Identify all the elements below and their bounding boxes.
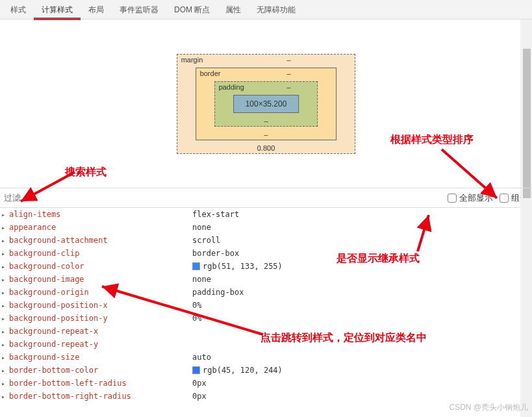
tab-event-listeners[interactable]: 事件监听器	[112, 0, 166, 19]
property-row[interactable]: ▸background-position-y0%	[0, 312, 532, 325]
property-row[interactable]: ▸background-clipborder-box	[0, 247, 532, 260]
property-row[interactable]: ▸background-originpadding-box	[0, 286, 532, 299]
property-row[interactable]: ▸background-attachmentscroll	[0, 234, 532, 247]
color-swatch-icon[interactable]	[192, 262, 200, 270]
property-row[interactable]: ▸background-colorrgb(51, 133, 255)	[0, 260, 532, 273]
expand-triangle-icon[interactable]: ▸	[1, 315, 9, 322]
property-row[interactable]: ▸background-imagenone	[0, 273, 532, 286]
show-all-checkbox-wrap[interactable]: 全部显示	[448, 192, 493, 204]
show-all-label: 全部显示	[459, 192, 493, 204]
expand-triangle-icon[interactable]: ▸	[1, 354, 9, 361]
property-name[interactable]: background-color	[9, 262, 192, 271]
devtools-tabs: 样式 计算样式 布局 事件监听器 DOM 断点 属性 无障碍功能	[0, 0, 532, 19]
tab-dom-breakpoints[interactable]: DOM 断点	[166, 0, 218, 19]
property-value: border-box	[192, 249, 239, 258]
border-bottom-value: –	[264, 131, 268, 138]
box-model-border[interactable]: border – padding – 100×35.200 – –	[196, 68, 337, 140]
box-model-content[interactable]: 100×35.200	[233, 95, 299, 113]
property-value: none	[192, 223, 211, 232]
watermark: CSDN @秃头小钢炮儿	[449, 402, 528, 413]
expand-triangle-icon[interactable]: ▸	[1, 237, 9, 244]
margin-label: margin	[181, 56, 203, 64]
box-model-diagram[interactable]: margin – border – padding – 100×35.200 –…	[177, 54, 356, 154]
property-value: scroll	[192, 236, 220, 245]
box-model-margin[interactable]: margin – border – padding – 100×35.200 –…	[177, 54, 356, 154]
expand-triangle-icon[interactable]: ▸	[1, 211, 9, 218]
property-value: none	[192, 275, 211, 284]
property-name[interactable]: appearance	[9, 223, 192, 232]
show-all-checkbox[interactable]	[448, 194, 457, 203]
expand-triangle-icon[interactable]: ▸	[1, 250, 9, 257]
property-row[interactable]: ▸border-bottom-colorrgb(45, 120, 244)	[0, 364, 532, 377]
property-name[interactable]: background-repeat-x	[9, 327, 192, 336]
property-row[interactable]: ▸background-repeat-y	[0, 338, 532, 351]
expand-triangle-icon[interactable]: ▸	[1, 380, 9, 387]
filter-row: 全部显示 组合	[0, 188, 532, 208]
property-name[interactable]: background-repeat-y	[9, 340, 192, 349]
property-row[interactable]: ▸appearancenone	[0, 221, 532, 234]
property-row[interactable]: ▸background-repeat-x	[0, 325, 532, 338]
expand-triangle-icon[interactable]: ▸	[1, 302, 9, 309]
tab-accessibility[interactable]: 无障碍功能	[249, 0, 303, 19]
property-row[interactable]: ▸border-bottom-right-radius0px	[0, 390, 532, 403]
property-name[interactable]: background-attachment	[9, 236, 192, 245]
property-value: rgb(45, 120, 244)	[192, 366, 283, 375]
expand-triangle-icon[interactable]: ▸	[1, 341, 9, 348]
expand-triangle-icon[interactable]: ▸	[1, 393, 9, 400]
property-name[interactable]: background-clip	[9, 249, 192, 258]
property-value: 0px	[192, 379, 207, 388]
property-name[interactable]: background-position-x	[9, 301, 192, 310]
expand-triangle-icon[interactable]: ▸	[1, 328, 9, 335]
filter-input[interactable]	[1, 193, 79, 203]
border-top-value: –	[286, 70, 290, 77]
group-checkbox[interactable]	[500, 194, 509, 203]
property-name[interactable]: align-items	[9, 210, 192, 219]
tab-computed[interactable]: 计算样式	[34, 0, 81, 19]
property-value: rgb(51, 133, 255)	[192, 262, 283, 271]
expand-triangle-icon[interactable]: ▸	[1, 289, 9, 296]
property-name[interactable]: background-origin	[9, 288, 192, 297]
margin-bottom-value: 0.800	[257, 144, 275, 152]
property-row[interactable]: ▸background-sizeauto	[0, 351, 532, 364]
color-swatch-icon[interactable]	[192, 366, 200, 374]
expand-triangle-icon[interactable]: ▸	[1, 367, 9, 374]
property-name[interactable]: background-position-y	[9, 314, 192, 323]
property-value: padding-box	[192, 288, 244, 297]
property-row[interactable]: ▸border-bottom-left-radius0px	[0, 377, 532, 390]
tab-layout[interactable]: 布局	[81, 0, 112, 19]
property-name[interactable]: border-bottom-left-radius	[9, 379, 192, 388]
property-value: 0%	[192, 301, 201, 310]
border-label: border	[200, 70, 221, 77]
margin-top-value: –	[286, 56, 290, 64]
property-name[interactable]: border-bottom-right-radius	[9, 392, 192, 401]
box-model-padding[interactable]: padding – 100×35.200 –	[214, 81, 318, 127]
property-value: flex-start	[192, 210, 239, 219]
padding-bottom-value: –	[264, 117, 268, 125]
property-value: 0px	[192, 392, 207, 401]
property-row[interactable]: ▸align-itemsflex-start	[0, 208, 532, 221]
property-name[interactable]: background-image	[9, 275, 192, 284]
expand-triangle-icon[interactable]: ▸	[1, 276, 9, 283]
tab-styles[interactable]: 样式	[3, 0, 34, 19]
padding-top-value: –	[286, 83, 290, 91]
property-value: auto	[192, 353, 211, 362]
property-row[interactable]: ▸background-position-x0%	[0, 299, 532, 312]
computed-properties-list: ▸align-itemsflex-start▸appearancenone▸ba…	[0, 208, 532, 403]
tab-properties[interactable]: 属性	[218, 0, 249, 19]
padding-label: padding	[219, 83, 244, 91]
expand-triangle-icon[interactable]: ▸	[1, 224, 9, 231]
property-name[interactable]: background-size	[9, 353, 192, 362]
property-name[interactable]: border-bottom-color	[9, 366, 192, 375]
box-model-panel: margin – border – padding – 100×35.200 –…	[0, 19, 532, 188]
property-value: 0%	[192, 314, 201, 323]
expand-triangle-icon[interactable]: ▸	[1, 263, 9, 270]
